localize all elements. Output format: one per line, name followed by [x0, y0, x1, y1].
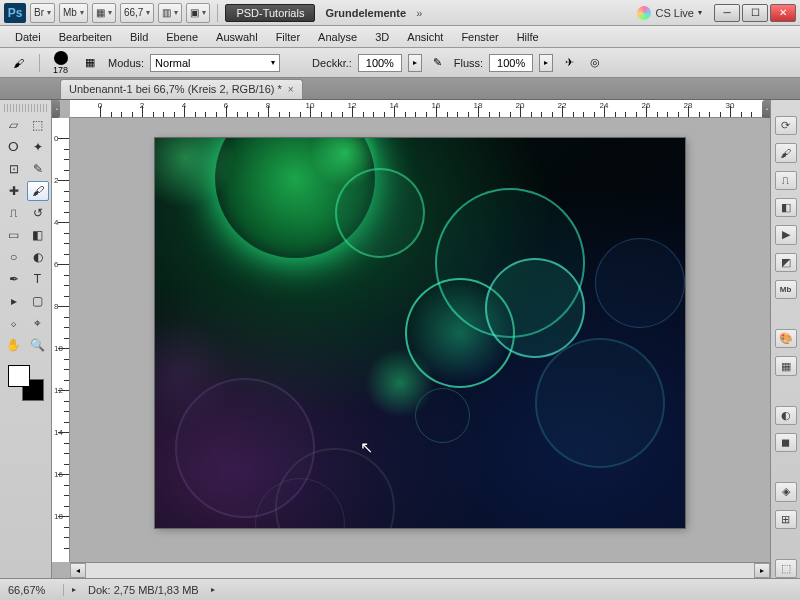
arrange-button[interactable]: ▥	[158, 3, 182, 23]
layers-panel-icon[interactable]: ◈	[775, 482, 797, 501]
canvas-area[interactable]: ↖	[70, 118, 770, 562]
minibridge-button[interactable]: Mb	[59, 3, 88, 23]
adjustments-panel-icon[interactable]: ◩	[775, 253, 797, 272]
history-panel-icon[interactable]: ⟳	[775, 116, 797, 135]
ruler-horizontal[interactable]: 024681012141618202224262830	[70, 100, 770, 118]
ruler-v-label: 14	[54, 428, 63, 437]
menu-datei[interactable]: Datei	[6, 28, 50, 46]
actions-panel-icon[interactable]: ▶	[775, 225, 797, 244]
zoom-level-dropdown[interactable]: 66,7	[120, 3, 154, 23]
brush-preset-picker[interactable]: 178	[49, 51, 72, 75]
pressure-size-icon[interactable]: ◎	[585, 54, 605, 72]
workspace-grundelemente[interactable]: Grundelemente	[325, 7, 406, 19]
menu-analyse[interactable]: Analyse	[309, 28, 366, 46]
tool-shape[interactable]: ▢	[27, 291, 49, 311]
expand-panels-handle[interactable]	[762, 100, 770, 118]
tool-pen[interactable]: ✒	[3, 269, 25, 289]
menu-ansicht[interactable]: Ansicht	[398, 28, 452, 46]
opacity-label: Deckkr.:	[312, 57, 352, 69]
expand-toolbox-handle[interactable]	[52, 100, 60, 118]
swatches-panel-icon[interactable]: ▦	[775, 356, 797, 375]
blend-mode-select[interactable]: Normal	[150, 54, 280, 72]
ruler-h-label: 28	[684, 101, 693, 110]
tool-wand[interactable]: ✦	[27, 137, 49, 157]
menu-bearbeiten[interactable]: Bearbeiten	[50, 28, 121, 46]
tool-history[interactable]: ↺	[27, 203, 49, 223]
bridge-button[interactable]: Br	[30, 3, 55, 23]
tool-3d[interactable]: ⬦	[3, 313, 25, 333]
menu-filter[interactable]: Filter	[267, 28, 309, 46]
opacity-input[interactable]: 100%	[358, 54, 402, 72]
color-swatches[interactable]	[8, 365, 44, 401]
close-tab-icon[interactable]: ×	[288, 84, 294, 95]
tool-3dcam[interactable]: ⌖	[27, 313, 49, 333]
tool-heal[interactable]: ✚	[3, 181, 25, 201]
menu-hilfe[interactable]: Hilfe	[508, 28, 548, 46]
tool-eraser[interactable]: ▭	[3, 225, 25, 245]
view-extras-button[interactable]: ▦	[92, 3, 116, 23]
flow-input[interactable]: 100%	[489, 54, 533, 72]
current-tool-brush-icon[interactable]: 🖌	[6, 52, 30, 74]
styles-panel-icon[interactable]: ◐	[775, 406, 797, 425]
workspace-more-icon[interactable]: »	[416, 7, 422, 19]
ruler-h-label: 16	[432, 101, 441, 110]
close-button[interactable]: ✕	[770, 4, 796, 22]
opacity-flyout[interactable]: ▸	[408, 54, 422, 72]
status-doc-info[interactable]: Dok: 2,75 MB/1,83 MB	[84, 584, 203, 596]
toolbox-grip[interactable]	[4, 104, 48, 112]
color-panel-icon[interactable]: 🎨	[775, 329, 797, 348]
canvas[interactable]	[155, 138, 685, 528]
minibridge-panel-icon[interactable]: Mb	[775, 280, 797, 299]
tool-type[interactable]: T	[27, 269, 49, 289]
scroll-left-button[interactable]: ◂	[70, 563, 86, 578]
tool-dodge[interactable]: ◐	[27, 247, 49, 267]
horizontal-scrollbar[interactable]: ◂ ▸	[70, 562, 770, 578]
foreground-color-swatch[interactable]	[8, 365, 30, 387]
tool-crop[interactable]: ⊡	[3, 159, 25, 179]
brush-panel-toggle[interactable]: ▦	[78, 52, 102, 74]
menu-bild[interactable]: Bild	[121, 28, 157, 46]
scroll-track[interactable]	[86, 563, 754, 578]
tool-gradient[interactable]: ◧	[27, 225, 49, 245]
tool-brush[interactable]: 🖌	[27, 181, 49, 201]
document-tab-bar: Unbenannt-1 bei 66,7% (Kreis 2, RGB/16) …	[0, 78, 800, 100]
menu-ebene[interactable]: Ebene	[157, 28, 207, 46]
status-flyout-icon[interactable]: ▸	[72, 585, 76, 594]
brush-panel-icon[interactable]: 🖌	[775, 143, 797, 162]
ruler-h-label: 10	[306, 101, 315, 110]
status-zoom[interactable]: 66,67%	[4, 584, 64, 596]
menu-auswahl[interactable]: Auswahl	[207, 28, 267, 46]
tool-eyedrop[interactable]: ✎	[27, 159, 49, 179]
maximize-button[interactable]: ☐	[742, 4, 768, 22]
screen-mode-button[interactable]: ▣	[186, 3, 210, 23]
brushpresets-panel-icon[interactable]: ◧	[775, 198, 797, 217]
document-tab[interactable]: Unbenannt-1 bei 66,7% (Kreis 2, RGB/16) …	[60, 79, 303, 99]
tool-lasso[interactable]: ⵔ	[3, 137, 25, 157]
tool-path[interactable]: ▸	[3, 291, 25, 311]
cs-live-button[interactable]: CS Live ▾	[637, 6, 702, 20]
character-panel-icon[interactable]: ◼	[775, 433, 797, 452]
ruler-vertical[interactable]: 024681012141618	[52, 118, 70, 562]
clone-panel-icon[interactable]: ⎍	[775, 171, 797, 190]
minimize-button[interactable]: ─	[714, 4, 740, 22]
tool-move[interactable]: ▱	[3, 115, 25, 135]
tool-hand[interactable]: ✋	[3, 335, 25, 355]
channels-panel-icon[interactable]: ⊞	[775, 510, 797, 529]
ruler-h-label: 14	[390, 101, 399, 110]
tool-stamp[interactable]: ⎍	[3, 203, 25, 223]
pressure-opacity-icon[interactable]: ✎	[428, 54, 448, 72]
tool-grid: ▱⬚ⵔ✦⊡✎✚🖌⎍↺▭◧○◐✒T▸▢⬦⌖✋🔍	[3, 115, 49, 355]
tool-blur[interactable]: ○	[3, 247, 25, 267]
3d-panel-icon[interactable]: ⬚	[775, 559, 797, 578]
airbrush-icon[interactable]: ✈	[559, 54, 579, 72]
tool-zoom[interactable]: 🔍	[27, 335, 49, 355]
blend-mode-value: Normal	[155, 57, 190, 69]
scroll-right-button[interactable]: ▸	[754, 563, 770, 578]
menu-3d[interactable]: 3D	[366, 28, 398, 46]
status-flyout-icon[interactable]: ▸	[211, 585, 215, 594]
workspace-psd-tutorials[interactable]: PSD-Tutorials	[225, 4, 315, 22]
flow-flyout[interactable]: ▸	[539, 54, 553, 72]
menu-fenster[interactable]: Fenster	[452, 28, 507, 46]
tool-marquee[interactable]: ⬚	[27, 115, 49, 135]
window-controls: ─ ☐ ✕	[714, 4, 796, 22]
